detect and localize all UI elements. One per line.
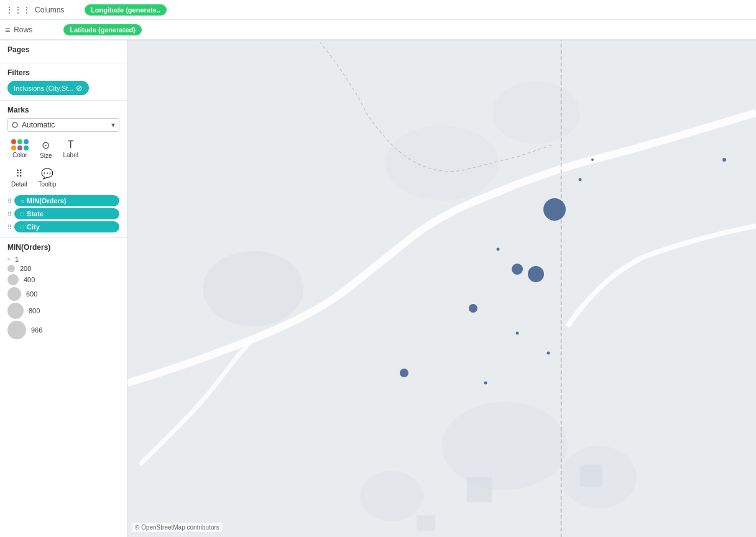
- columns-label: Columns: [35, 6, 85, 14]
- label-button[interactable]: T Label: [59, 137, 81, 162]
- map-data-point[interactable]: [484, 382, 487, 385]
- sidebar: Pages Filters Inclusions (City,St... ⊘ M…: [0, 40, 127, 537]
- filter-close-icon[interactable]: ⊘: [76, 83, 83, 93]
- legend-item: 800: [7, 303, 119, 319]
- map-data-point[interactable]: [515, 332, 519, 335]
- legend-value: 966: [31, 326, 42, 334]
- size-label: Size: [40, 152, 52, 159]
- columns-pill[interactable]: Longitude (generate..: [85, 4, 167, 16]
- svg-point-2: [442, 402, 568, 490]
- field3-pill[interactable]: □ City: [14, 221, 119, 232]
- tooltip-label: Tooltip: [39, 181, 57, 188]
- rows-label: Rows: [14, 25, 63, 34]
- legend-title: MIN(Orders): [7, 243, 119, 252]
- rows-icon: ≡: [5, 25, 10, 35]
- pages-section: Pages: [0, 40, 127, 63]
- label-icon: T: [68, 139, 74, 150]
- legend-item: 600: [7, 287, 119, 301]
- color-button[interactable]: Color: [7, 137, 32, 162]
- marks-field-row-2: ⠿ □ State: [7, 208, 119, 219]
- field2-dots: ⠿: [7, 211, 12, 218]
- main-area: Pages Filters Inclusions (City,St... ⊘ M…: [0, 40, 756, 537]
- map-data-point[interactable]: [497, 247, 500, 250]
- filters-title: Filters: [7, 68, 119, 77]
- detail-button[interactable]: ⠿ Detail: [7, 165, 31, 190]
- legend-item: 400: [7, 274, 119, 285]
- detail-label: Detail: [11, 181, 27, 188]
- marks-buttons-row2: ⠿ Detail 💬 Tooltip: [7, 165, 119, 190]
- filter-pill[interactable]: Inclusions (City,St... ⊘: [7, 81, 89, 95]
- legend-value: 600: [26, 290, 37, 298]
- map-data-point[interactable]: [578, 178, 581, 181]
- detail-icon: ⠿: [16, 168, 23, 180]
- map-data-point[interactable]: [543, 198, 566, 221]
- legend-item: 966: [7, 321, 119, 339]
- legend-circle: [7, 265, 15, 272]
- map-background: [127, 40, 756, 537]
- marks-type-dropdown[interactable]: Automatic ▾: [7, 118, 119, 132]
- marks-buttons-row1: Color ⊙ Size T Label: [7, 137, 119, 162]
- tooltip-button[interactable]: 💬 Tooltip: [35, 165, 60, 190]
- map-data-point[interactable]: [591, 158, 594, 161]
- color-icon: [11, 139, 29, 150]
- legend-value: 800: [29, 307, 40, 314]
- legend-circle: [7, 258, 10, 260]
- legend-value: 200: [20, 265, 31, 272]
- filters-section: Filters Inclusions (City,St... ⊘: [0, 63, 127, 101]
- svg-rect-8: [580, 465, 602, 487]
- marks-fields: ⠿ ○ MIN(Orders) ⠿ □ State ⠿ □: [7, 195, 119, 232]
- legend-circle: [7, 274, 19, 285]
- marks-field-row-3: ⠿ □ City: [7, 221, 119, 232]
- field3-label: City: [27, 223, 40, 231]
- marks-type-label: Automatic: [22, 121, 55, 129]
- size-button[interactable]: ⊙ Size: [36, 137, 55, 162]
- map-data-point[interactable]: [528, 266, 544, 282]
- map-data-point[interactable]: [469, 304, 477, 313]
- color-label: Color: [12, 152, 27, 158]
- legend-item: 200: [7, 265, 119, 272]
- field2-pill[interactable]: □ State: [14, 208, 119, 219]
- field3-dots: ⠿: [7, 224, 12, 231]
- svg-point-5: [385, 126, 499, 201]
- dropdown-arrow-icon: ▾: [111, 121, 115, 129]
- svg-point-6: [492, 81, 580, 144]
- map-data-point[interactable]: [722, 158, 726, 162]
- field3-icon: □: [21, 224, 24, 231]
- tooltip-icon: 💬: [41, 168, 53, 180]
- rows-pill[interactable]: Latitude (generated): [63, 24, 142, 35]
- marks-title: Marks: [7, 106, 119, 114]
- field1-label: MIN(Orders): [27, 197, 67, 204]
- field1-pill[interactable]: ○ MIN(Orders): [14, 195, 119, 206]
- field2-icon: □: [21, 211, 24, 218]
- legend-circle: [7, 287, 21, 301]
- map-data-point[interactable]: [400, 369, 408, 377]
- map-data-point[interactable]: [547, 352, 550, 355]
- map-container: © OpenStreetMap contributors: [127, 40, 756, 537]
- legend-value: 1: [15, 255, 19, 263]
- legend-items: 1200400600800966: [7, 255, 119, 339]
- rows-shelf: ≡ Rows Latitude (generated): [0, 20, 756, 40]
- marks-field-row-1: ⠿ ○ MIN(Orders): [7, 195, 119, 206]
- marks-section: Marks Automatic ▾: [0, 101, 127, 238]
- svg-rect-7: [467, 477, 492, 502]
- label-label: Label: [63, 152, 78, 158]
- columns-shelf: ⋮⋮⋮ Columns Longitude (generate..: [0, 0, 756, 20]
- field1-icon: ○: [21, 198, 24, 204]
- legend-circle: [7, 303, 24, 319]
- field1-dots: ⠿: [7, 198, 12, 204]
- svg-point-4: [360, 471, 423, 521]
- columns-icon: ⋮⋮⋮: [5, 5, 31, 15]
- legend-item: 1: [7, 255, 119, 263]
- map-data-point[interactable]: [512, 264, 523, 275]
- legend-circle: [7, 321, 26, 339]
- legend-section: MIN(Orders) 1200400600800966: [0, 238, 127, 344]
- pages-title: Pages: [7, 45, 119, 54]
- svg-point-1: [203, 251, 303, 326]
- size-icon: ⊙: [42, 139, 50, 151]
- filter-pill-label: Inclusions (City,St...: [14, 85, 73, 92]
- marks-circle-icon: [12, 122, 18, 128]
- shelf-area: ⋮⋮⋮ Columns Longitude (generate.. ≡ Rows…: [0, 0, 756, 40]
- field2-label: State: [27, 210, 44, 218]
- legend-value: 400: [24, 276, 35, 283]
- map-copyright: © OpenStreetMap contributors: [132, 523, 222, 532]
